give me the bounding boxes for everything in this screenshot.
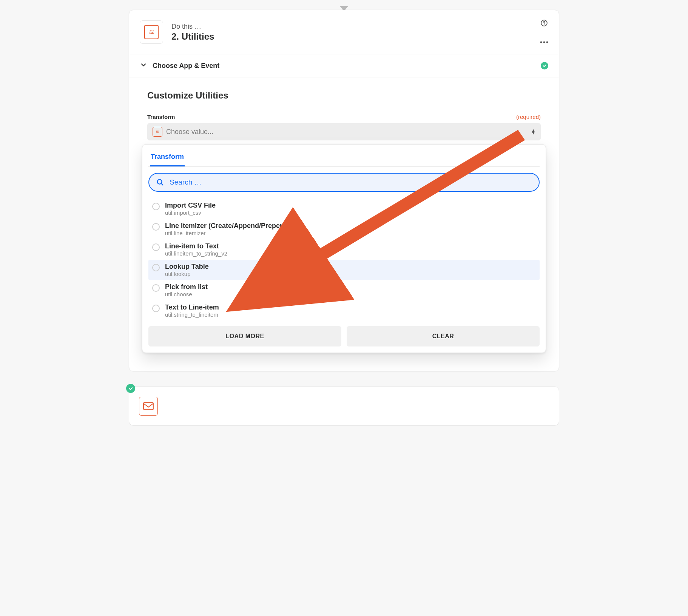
next-step-card[interactable] <box>129 387 559 426</box>
option-sub: util.lookup <box>165 271 209 277</box>
transform-select[interactable]: ≋ Choose value... ▲▼ <box>147 123 541 140</box>
required-label: (required) <box>516 114 541 120</box>
wave-icon: ≋ <box>153 127 162 137</box>
option-sub: util.lineitem_to_string_v2 <box>165 250 227 257</box>
section-body: Customize Utilities Transform (required)… <box>129 77 559 371</box>
step-title: 2. Utilities <box>171 31 532 42</box>
option-lookup-table[interactable]: Lookup Table util.lookup <box>148 260 540 280</box>
wave-icon: ≋ <box>149 29 154 35</box>
radio-icon <box>152 203 160 210</box>
radio-icon <box>152 305 160 312</box>
option-pick-from-list[interactable]: Pick from list util.choose <box>148 280 540 300</box>
option-lineitem-to-text[interactable]: Line-item to Text util.lineitem_to_strin… <box>148 239 540 260</box>
step-card: ≋ Do this … 2. Utilities Choose App & Ev… <box>129 10 559 371</box>
option-title: Line Itemizer (Create/Append/Prepend) <box>165 222 290 230</box>
option-import-csv[interactable]: Import CSV File util.import_csv <box>148 199 540 219</box>
search-input[interactable] <box>170 178 532 186</box>
app-icon-container: ≋ <box>140 20 163 44</box>
app-icon: ≋ <box>144 25 159 39</box>
option-line-itemizer[interactable]: Line Itemizer (Create/Append/Prepend) ut… <box>148 219 540 239</box>
svg-rect-10 <box>143 403 153 410</box>
chevron-down-icon <box>140 61 147 70</box>
status-check-icon <box>541 62 548 69</box>
option-text-to-lineitem[interactable]: Text to Line-item util.string_to_lineite… <box>148 300 540 321</box>
option-sub: util.import_csv <box>165 209 216 216</box>
svg-point-4 <box>543 42 545 43</box>
option-sub: util.string_to_lineitem <box>165 311 219 318</box>
status-check-icon <box>126 384 135 393</box>
option-title: Import CSV File <box>165 202 216 209</box>
svg-line-7 <box>161 183 163 185</box>
svg-point-5 <box>546 42 548 43</box>
field-label-row: Transform (required) <box>147 114 541 120</box>
sort-carets-icon: ▲▼ <box>531 129 535 134</box>
radio-icon <box>152 284 160 292</box>
field-label: Transform <box>147 114 175 120</box>
radio-icon <box>152 243 160 251</box>
load-more-button[interactable]: LOAD MORE <box>148 326 341 346</box>
tab-transform[interactable]: Transform <box>150 151 185 166</box>
mail-icon <box>139 397 158 416</box>
header-text: Do this … 2. Utilities <box>171 23 532 42</box>
radio-icon <box>152 223 160 231</box>
card-header: ≋ Do this … 2. Utilities <box>129 10 559 54</box>
transform-dropdown: Transform Import CSV File util.import_cs… <box>142 144 546 353</box>
step-subtitle: Do this … <box>171 23 532 31</box>
radio-icon <box>152 264 160 271</box>
option-sub: util.choose <box>165 291 208 297</box>
help-icon[interactable] <box>540 19 548 28</box>
body-title: Customize Utilities <box>147 90 541 101</box>
dropdown-tabs: Transform <box>148 151 540 167</box>
option-title: Text to Line-item <box>165 303 219 311</box>
option-sub: util.line_itemizer <box>165 230 290 236</box>
more-icon[interactable] <box>540 38 548 45</box>
svg-point-3 <box>540 42 542 43</box>
option-title: Lookup Table <box>165 263 209 271</box>
choose-app-event-row[interactable]: Choose App & Event <box>129 54 559 77</box>
option-list: Import CSV File util.import_csv Line Ite… <box>148 199 540 321</box>
select-placeholder: Choose value... <box>166 128 528 136</box>
dropdown-search[interactable] <box>148 173 540 192</box>
section-label: Choose App & Event <box>153 62 535 70</box>
svg-point-2 <box>544 24 545 25</box>
search-icon <box>156 178 164 186</box>
option-title: Pick from list <box>165 283 208 291</box>
clear-button[interactable]: CLEAR <box>347 326 540 346</box>
option-title: Line-item to Text <box>165 242 227 250</box>
